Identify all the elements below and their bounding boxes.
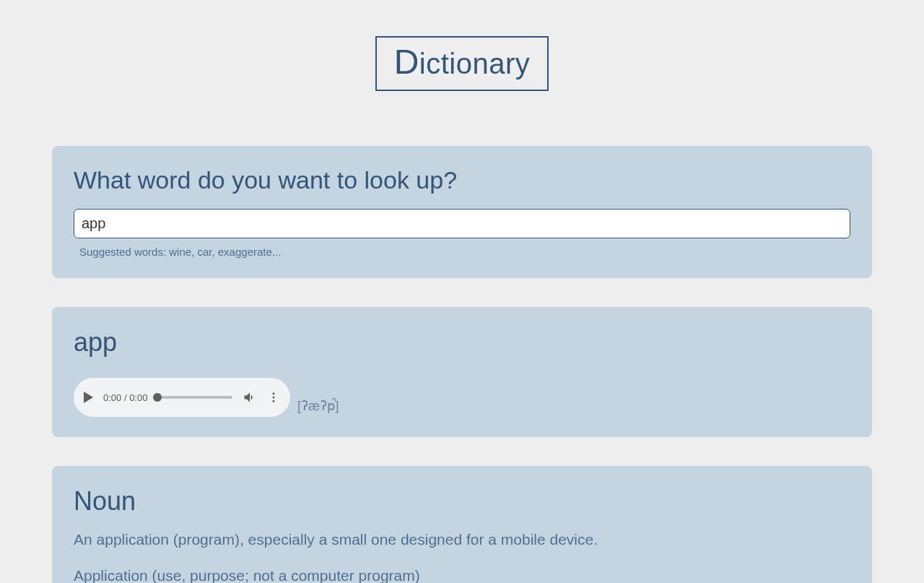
logo: Dictionary (375, 36, 549, 91)
entry-card: app 0:00 / 0:00 [ʔæʔp̚] (52, 307, 872, 437)
logo-area: Dictionary (0, 0, 924, 146)
svg-point-0 (273, 392, 275, 394)
audio-time: 0:00 / 0:00 (103, 392, 147, 403)
definition: An application (program), especially a s… (74, 530, 850, 550)
search-input[interactable] (74, 209, 850, 238)
logo-first-letter: D (394, 43, 419, 81)
pos-label: Noun (74, 486, 850, 517)
pos-card: Noun An application (program), especiall… (52, 466, 872, 583)
definition: Application (use, purpose; not a compute… (74, 566, 850, 583)
svg-point-2 (273, 400, 275, 402)
volume-icon[interactable] (243, 390, 257, 405)
play-icon[interactable] (84, 392, 93, 403)
svg-point-1 (273, 397, 275, 399)
search-heading: What word do you want to look up? (74, 166, 850, 194)
search-card: What word do you want to look up? Sugges… (52, 146, 872, 278)
audio-seek-track[interactable] (157, 396, 232, 399)
logo-rest: ictionary (419, 48, 530, 79)
suggested-words: Suggested words: wine, car, exaggerate..… (74, 246, 850, 258)
more-icon[interactable] (267, 391, 280, 404)
ipa-transcription: [ʔæʔp̚] (297, 398, 339, 417)
audio-player[interactable]: 0:00 / 0:00 (74, 378, 290, 417)
audio-row: 0:00 / 0:00 [ʔæʔp̚] (74, 378, 850, 417)
entry-word: app (74, 327, 850, 358)
